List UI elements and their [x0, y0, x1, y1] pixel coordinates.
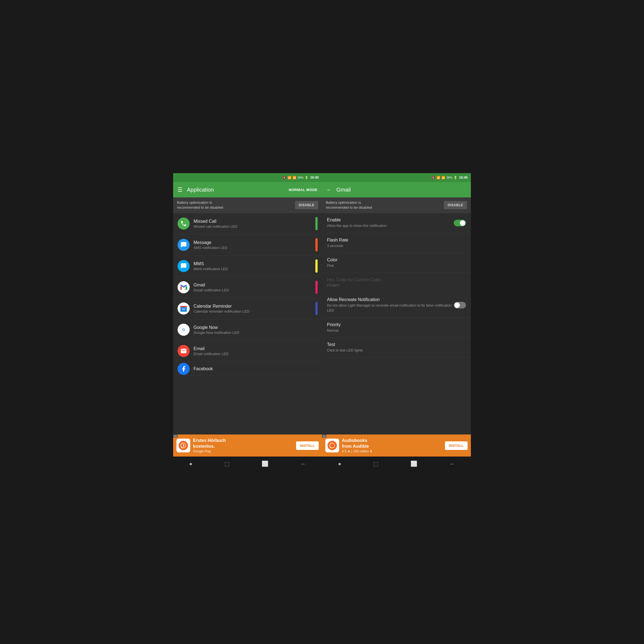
list-item-google-now[interactable]: G Google Now Google Now notification LED [173, 319, 322, 340]
app-name-missed-call: Missed Call [194, 219, 313, 224]
led-missed-call [315, 217, 318, 230]
nav-home-right[interactable]: ● [332, 458, 347, 470]
nav-overview-right[interactable]: ⬜ [405, 458, 423, 470]
toggle-allow-recreate[interactable] [454, 302, 466, 308]
app-info-email: Email Email notification LED [194, 346, 313, 356]
status-icons-left: 🔇 📶 📶 38% 🔋 [283, 176, 308, 179]
ad-subtitle-right: 4.5 ★ | 100 million ⬇ [342, 449, 442, 453]
disable-button-left[interactable]: DISABLE [295, 201, 318, 209]
toggle-enable[interactable] [454, 220, 466, 226]
nav-home-left[interactable]: ● [184, 458, 198, 470]
led-calendar [315, 302, 318, 315]
battery-banner-text-left: Battery optimization isrecommended to be… [177, 200, 295, 210]
setting-info-enable: Enable Allow the app to show this notifi… [327, 218, 454, 228]
settings-list: Enable Allow the app to show this notifi… [322, 213, 471, 434]
app-desc-message: SMS notification LED [194, 246, 313, 250]
app-name-calendar: Calendar Reminder [194, 304, 313, 309]
ad-banner-right: Ad Audiobooksfrom Audible 4.5 ★ | 100 mi… [322, 434, 471, 457]
status-icons-right: 🔇 📶 📶 38% 🔋 [431, 176, 457, 179]
disable-button-right[interactable]: DISABLE [444, 201, 467, 209]
right-phone: 🔇 📶 📶 38% 🔋 16:45 ← Gmail Battery optimi… [322, 173, 471, 471]
ad-badge-right: Ad [322, 434, 326, 438]
app-name-google-now: Google Now [194, 325, 313, 330]
app-name-facebook: Facebook [194, 366, 318, 371]
setting-title-hex-code: Hex Code for Custom Color [327, 277, 466, 282]
app-desc-missed-call: Missed call notification LED [194, 224, 313, 229]
menu-icon[interactable]: ☰ [178, 186, 183, 193]
list-item-gmail[interactable]: Gmail Gmail notification LED [173, 277, 322, 298]
install-button-right[interactable]: INSTALL [445, 441, 468, 450]
setting-flash-rate[interactable]: Flash Rate 3 seconds [322, 233, 471, 253]
ad-badge-left: Ad [173, 434, 178, 438]
setting-priority[interactable]: Priority Normal [322, 318, 471, 338]
svg-point-5 [328, 441, 337, 450]
nav-back-left[interactable]: ← [295, 458, 312, 470]
back-button[interactable]: ← [326, 187, 332, 193]
app-desc-google-now: Google Now notification LED [194, 331, 313, 335]
app-desc-mms: MMS notification LED [194, 267, 313, 271]
setting-info-test: Test Click to test LED lights [327, 342, 466, 353]
ad-icon-right [325, 439, 339, 452]
setting-value-flash-rate: 3 seconds [327, 243, 466, 248]
svg-point-4 [179, 441, 188, 450]
toggle-knob-allow-recreate [454, 302, 460, 308]
nav-recent-left[interactable]: ⬚ [219, 458, 235, 470]
app-icon-google-now: G [178, 324, 190, 336]
setting-enable[interactable]: Enable Allow the app to show this notifi… [322, 213, 471, 233]
app-icon-email [178, 345, 190, 357]
setting-allow-recreate[interactable]: Allow Recreate Notification Do not allow… [322, 293, 471, 318]
wifi-icon: 📶 [288, 176, 291, 179]
list-item-email[interactable]: Email Email notification LED [173, 340, 322, 362]
battery-text-right: 38% [446, 176, 452, 179]
app-name-message: Message [194, 240, 313, 245]
setting-title-allow-recreate: Allow Recreate Notification [327, 297, 454, 302]
install-button-left[interactable]: INSTALL [296, 441, 319, 450]
mute-icon: 🔇 [283, 176, 286, 179]
setting-hex-code: Hex Code for Custom Color FF00FF [322, 273, 471, 293]
battery-text-left: 38% [297, 176, 304, 179]
status-bar-right: 🔇 📶 📶 38% 🔋 16:45 [322, 173, 471, 182]
list-item-mms[interactable]: MMS MMS notification LED [173, 256, 322, 277]
app-icon-message [178, 239, 190, 251]
status-bar-left: 🔇 📶 📶 38% 🔋 16:45 [173, 173, 322, 182]
ad-text-right: Audiobooksfrom Audible 4.5 ★ | 100 milli… [342, 438, 442, 453]
mute-icon-right: 🔇 [431, 176, 435, 179]
setting-test[interactable]: Test Click to test LED lights [322, 338, 471, 358]
list-item-missed-call[interactable]: Missed Call Missed call notification LED [173, 213, 322, 234]
list-item-message[interactable]: Message SMS notification LED [173, 234, 322, 256]
nav-recent-right[interactable]: ⬚ [368, 458, 384, 470]
led-gmail [315, 281, 318, 294]
setting-info-allow-recreate: Allow Recreate Notification Do not allow… [327, 297, 454, 313]
setting-color[interactable]: Color Pink [322, 253, 471, 273]
app-icon-facebook [178, 363, 190, 375]
led-google-now [315, 323, 318, 336]
app-list: Missed Call Missed call notification LED… [173, 213, 322, 434]
nav-bar-left: ● ⬚ ⬜ ← [173, 457, 322, 471]
app-bar-right: ← Gmail [322, 182, 471, 197]
app-title: Application [187, 187, 284, 193]
setting-value-allow-recreate: Do not allow Light Manager to recreate e… [327, 303, 454, 313]
battery-icon-right: 🔋 [454, 176, 457, 179]
app-info-message: Message SMS notification LED [194, 240, 313, 250]
setting-title-test: Test [327, 342, 466, 347]
app-desc-email: Email notification LED [194, 352, 313, 356]
app-desc-gmail: Gmail notification LED [194, 288, 313, 292]
signal-icon: 📶 [293, 176, 296, 179]
setting-value-color: Pink [327, 263, 466, 268]
app-name-gmail: Gmail [194, 283, 313, 288]
setting-value-priority: Normal [327, 328, 466, 333]
app-name-mms: MMS [194, 261, 313, 266]
list-item-calendar[interactable]: 31 Calendar Reminder Calendar reminder n… [173, 298, 322, 319]
setting-info-priority: Priority Normal [327, 322, 466, 333]
setting-title-flash-rate: Flash Rate [327, 238, 466, 243]
nav-back-right[interactable]: ← [444, 458, 460, 470]
setting-info-flash-rate: Flash Rate 3 seconds [327, 238, 466, 248]
setting-title-color: Color [327, 257, 466, 262]
gmail-title: Gmail [336, 187, 466, 193]
nav-overview-left[interactable]: ⬜ [256, 458, 274, 470]
app-info-gmail: Gmail Gmail notification LED [194, 283, 313, 292]
app-desc-calendar: Calendar reminder notification LED [194, 309, 313, 313]
list-item-facebook[interactable]: Facebook [173, 362, 322, 376]
battery-banner-left: Battery optimization isrecommended to be… [173, 197, 322, 213]
svg-text:31: 31 [182, 308, 185, 310]
